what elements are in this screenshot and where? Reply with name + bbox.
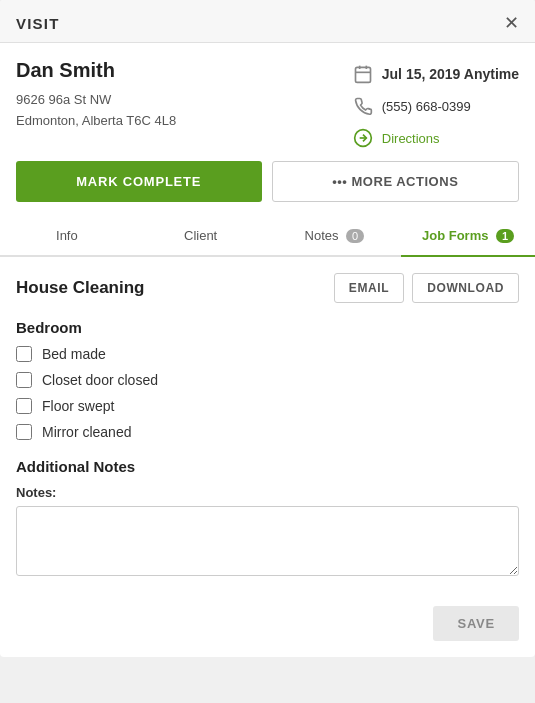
bedroom-section-title: Bedroom [16, 319, 519, 336]
modal-title: VISIT [16, 15, 60, 32]
label-mirror-cleaned: Mirror cleaned [42, 424, 131, 440]
form-title: House Cleaning [16, 278, 144, 298]
calendar-icon [352, 63, 374, 85]
additional-notes-title: Additional Notes [16, 458, 519, 475]
directions-icon [352, 127, 374, 149]
tab-job-forms[interactable]: Job Forms 1 [401, 216, 535, 257]
tab-info[interactable]: Info [0, 216, 134, 257]
tab-notes[interactable]: Notes 0 [268, 216, 402, 257]
visit-phone-row: (555) 668-0399 [352, 95, 519, 117]
form-header: House Cleaning EMAIL DOWNLOAD [16, 273, 519, 303]
job-forms-badge: 1 [496, 229, 514, 243]
additional-notes-section: Additional Notes Notes: [16, 458, 519, 580]
visit-date-row: Jul 15, 2019 Anytime [352, 63, 519, 85]
checklist: Bed made Closet door closed Floor swept … [16, 346, 519, 440]
phone-icon [352, 95, 374, 117]
form-action-buttons: EMAIL DOWNLOAD [334, 273, 519, 303]
tab-content: House Cleaning EMAIL DOWNLOAD Bedroom Be… [0, 257, 535, 596]
email-button[interactable]: EMAIL [334, 273, 404, 303]
visit-phone: (555) 668-0399 [382, 99, 471, 114]
customer-info: Dan Smith 9626 96a St NW Edmonton, Alber… [16, 59, 336, 149]
notes-badge: 0 [346, 229, 364, 243]
checkbox-bed-made[interactable] [16, 346, 32, 362]
directions-link[interactable]: Directions [382, 131, 440, 146]
footer: SAVE [0, 596, 535, 657]
visit-directions-row[interactable]: Directions [352, 127, 519, 149]
info-section: Dan Smith 9626 96a St NW Edmonton, Alber… [0, 43, 535, 161]
visit-date: Jul 15, 2019 Anytime [382, 66, 519, 82]
checklist-item-closet-door: Closet door closed [16, 372, 519, 388]
close-button[interactable]: ✕ [504, 14, 519, 32]
checklist-item-bed-made: Bed made [16, 346, 519, 362]
checklist-item-floor-swept: Floor swept [16, 398, 519, 414]
actions-row: MARK COMPLETE ••• MORE ACTIONS [0, 161, 535, 216]
visit-modal: VISIT ✕ Dan Smith 9626 96a St NW Edmonto… [0, 0, 535, 657]
notes-textarea[interactable] [16, 506, 519, 576]
modal-header: VISIT ✕ [0, 0, 535, 43]
customer-name: Dan Smith [16, 59, 336, 82]
label-floor-swept: Floor swept [42, 398, 114, 414]
mark-complete-button[interactable]: MARK COMPLETE [16, 161, 262, 202]
customer-address: 9626 96a St NW Edmonton, Alberta T6C 4L8 [16, 90, 336, 132]
tab-client[interactable]: Client [134, 216, 268, 257]
checkbox-mirror-cleaned[interactable] [16, 424, 32, 440]
visit-details: Jul 15, 2019 Anytime (555) 668-0399 [352, 59, 519, 149]
more-actions-button[interactable]: ••• MORE ACTIONS [272, 161, 520, 202]
checkbox-floor-swept[interactable] [16, 398, 32, 414]
label-bed-made: Bed made [42, 346, 106, 362]
checklist-item-mirror-cleaned: Mirror cleaned [16, 424, 519, 440]
save-button[interactable]: SAVE [433, 606, 519, 641]
notes-label: Notes: [16, 485, 519, 500]
svg-rect-0 [355, 67, 370, 82]
tabs: Info Client Notes 0 Job Forms 1 [0, 216, 535, 257]
download-button[interactable]: DOWNLOAD [412, 273, 519, 303]
label-closet-door: Closet door closed [42, 372, 158, 388]
checkbox-closet-door[interactable] [16, 372, 32, 388]
